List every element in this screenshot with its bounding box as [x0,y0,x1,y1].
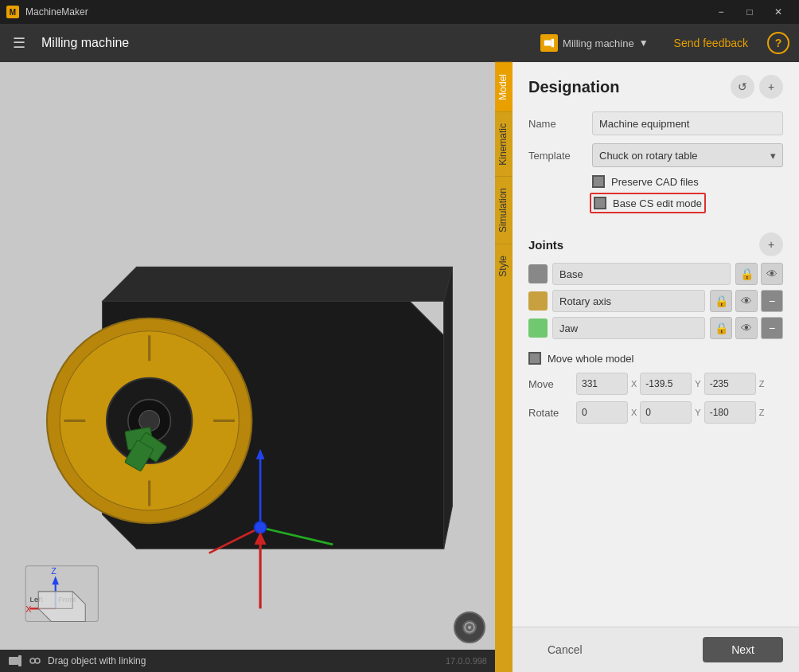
joint-actions-base: 🔒 👁 [735,263,783,285]
move-inputs: X Y Z [576,373,783,395]
joint-remove-jaw[interactable]: − [761,317,783,339]
machine-title: Milling machine [41,36,528,50]
base-cs-checkbox[interactable] [594,197,606,209]
rotate-y-input[interactable] [640,401,692,424]
rotate-x-field: X [576,401,637,424]
machine-selector-label: Milling machine [563,37,634,49]
menubar: ☰ Milling machine Milling machine ▼ Send… [0,24,799,62]
titlebar: M MachineMaker − □ ✕ [0,0,799,24]
joint-row-rotary: Rotary axis 🔒 👁 − [528,290,783,312]
machine-icon [540,34,558,52]
base-cs-row: Base CS edit mode [590,193,706,213]
minimize-button[interactable]: − [707,0,735,24]
joint-color-rotary [528,291,548,311]
joint-eye-rotary[interactable]: 👁 [735,290,758,312]
move-whole-checkbox[interactable] [528,352,541,365]
move-z-input[interactable] [704,373,756,395]
joint-lock-base[interactable]: 🔒 [735,263,758,285]
add-button[interactable]: + [759,75,783,99]
template-dropdown-icon: ▾ [770,150,776,162]
joint-actions-rotary: 🔒 👁 − [710,290,783,312]
joint-name-jaw: Jaw [552,317,705,339]
app-icon: M [6,6,19,18]
joint-lock-rotary[interactable]: 🔒 [710,290,732,312]
svg-point-31 [255,522,267,533]
move-x-input[interactable] [576,373,628,395]
hamburger-menu[interactable]: ☰ [10,31,29,55]
name-row: Name [528,111,783,135]
side-tabs: Model Kinematic Simulation Style [495,62,513,672]
move-label: Move [528,378,576,390]
link-icon [29,654,41,667]
joint-actions-jaw: 🔒 👁 − [710,317,783,339]
joint-name-base: Base [552,263,731,285]
joint-color-jaw [528,318,548,338]
3d-viewport[interactable]: Z X Left Front [0,62,495,672]
joints-section-header: Joints + [528,232,783,256]
svg-rect-3 [552,39,555,48]
tab-model[interactable]: Model [495,62,513,111]
joystick-indicator[interactable] [454,611,485,643]
template-select[interactable]: Chuck on rotary table ▾ [592,143,783,167]
move-y-axis: Y [695,379,700,389]
machine-selector[interactable]: Milling machine ▼ [540,34,648,52]
maximize-button[interactable]: □ [735,0,764,24]
preserve-cad-checkbox[interactable] [592,175,605,188]
tab-simulation[interactable]: Simulation [495,176,513,244]
joint-row-base: Base 🔒 👁 [528,263,783,285]
svg-rect-2 [544,41,552,46]
rotate-z-field: Z [704,401,765,424]
window-controls: − □ ✕ [707,0,793,24]
joint-eye-jaw[interactable]: 👁 [735,317,758,339]
joint-eye-base[interactable]: 👁 [761,263,783,285]
joystick-inner [462,620,477,635]
move-x-field: X [576,373,637,395]
svg-rect-47 [9,657,18,665]
svg-rect-48 [18,655,21,666]
move-z-field: Z [704,373,765,395]
rotate-z-axis: Z [759,408,765,417]
preserve-cad-row: Preserve CAD files [592,175,783,188]
base-cs-label: Base CS edit mode [613,197,702,209]
name-input[interactable] [592,111,783,135]
joint-lock-jaw[interactable]: 🔒 [710,317,732,339]
tab-style[interactable]: Style [495,244,513,288]
version-text: 17.0.0.998 [446,656,487,666]
cancel-button[interactable]: Cancel [528,637,602,662]
close-button[interactable]: ✕ [764,0,793,24]
move-whole-row: Move whole model [528,352,783,365]
move-y-input[interactable] [640,373,692,395]
move-x-axis: X [631,379,637,389]
tab-kinematic[interactable]: Kinematic [495,111,513,177]
move-coord-row: Move X Y Z [528,373,783,395]
send-feedback-button[interactable]: Send feedback [674,37,748,49]
joint-color-base [528,264,548,283]
3d-model: Z X Left Front [0,62,495,668]
move-section: Move whole model Move X Y [528,352,783,424]
preserve-cad-label: Preserve CAD files [611,176,699,188]
rotate-z-input[interactable] [704,401,756,424]
dropdown-arrow-icon: ▼ [639,37,649,49]
add-joint-button[interactable]: + [759,232,783,256]
next-button[interactable]: Next [703,637,783,662]
app-title: MachineMaker [25,6,700,18]
help-button[interactable]: ? [767,32,789,54]
joint-remove-rotary[interactable]: − [761,290,783,312]
joint-row-jaw: Jaw 🔒 👁 − [528,317,783,339]
template-row: Template Chuck on rotary table ▾ [528,143,783,167]
panel-header-actions: ↺ + [731,75,783,99]
template-label: Template [528,150,592,162]
rotate-y-field: Y [640,401,700,424]
move-z-axis: Z [759,379,765,389]
name-label: Name [528,118,592,130]
svg-text:X: X [25,604,31,614]
right-panel: Designation ↺ + Name Template Chuck on r… [513,62,799,672]
svg-point-46 [468,626,471,629]
main-layout: Z X Left Front [0,62,799,672]
template-value: Chuck on rotary table [599,150,698,162]
rotate-x-input[interactable] [576,401,628,424]
panel-content: Designation ↺ + Name Template Chuck on r… [513,62,799,627]
move-y-field: Y [640,373,700,395]
reset-button[interactable]: ↺ [731,75,754,99]
joints-title: Joints [528,238,563,252]
